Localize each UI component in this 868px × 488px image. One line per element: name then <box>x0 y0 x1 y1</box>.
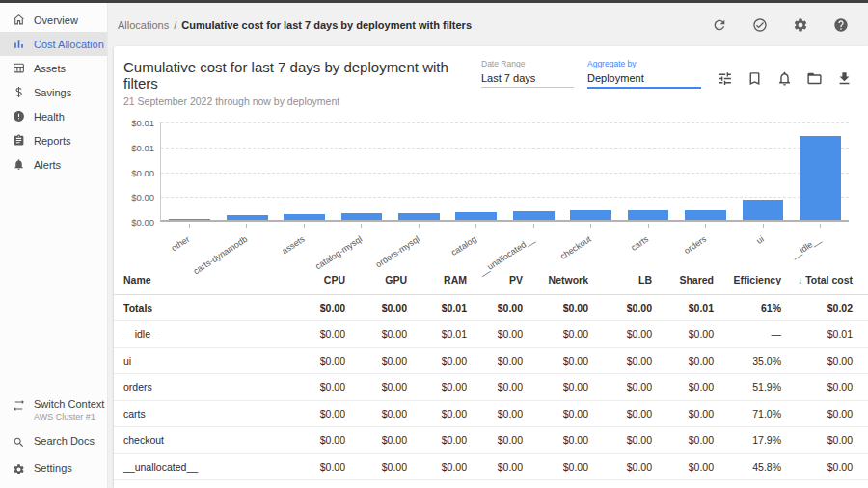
row-name-cell: orders <box>114 374 295 401</box>
switch-context-button[interactable]: Switch Context AWS Cluster #1 <box>0 392 107 428</box>
settings-button[interactable]: Settings <box>0 455 107 482</box>
chart-bar-other[interactable] <box>169 219 210 220</box>
row-value-cell: 45.8% <box>725 453 793 480</box>
chart-bar-checkout[interactable] <box>570 210 611 220</box>
sidebar-item-reports[interactable]: Reports <box>0 128 107 152</box>
row-value-cell: $0.00 <box>600 321 664 348</box>
row-value-cell: $0.00 <box>419 374 478 401</box>
row-value-cell: $0.00 <box>478 321 534 348</box>
help-button[interactable] <box>833 17 849 33</box>
row-value-cell: $0.00 <box>419 347 478 374</box>
chart-bar-assets[interactable] <box>284 214 325 220</box>
row-value-cell: $0.00 <box>600 294 664 321</box>
save-report-button[interactable] <box>746 70 763 87</box>
sidebar-item-assets[interactable]: Assets <box>0 56 107 80</box>
row-name-cell: checkout <box>114 427 295 454</box>
report-alerts-button[interactable] <box>776 70 793 87</box>
y-axis-tick-label: $0.00 <box>116 192 154 203</box>
search-docs-button[interactable]: Search Docs <box>0 428 107 455</box>
sidebar-item-health[interactable]: Health <box>0 104 107 128</box>
column-header-shared[interactable]: Shared <box>664 266 725 294</box>
row-value-cell: $0.00 <box>600 347 664 374</box>
column-header-ram[interactable]: RAM <box>419 266 478 294</box>
row-value-cell: $0.00 <box>295 294 357 321</box>
download-button[interactable] <box>836 70 853 87</box>
download-icon <box>836 70 853 87</box>
y-axis-tick-label: $0.00 <box>116 217 154 228</box>
diagnostics-button[interactable] <box>752 17 768 33</box>
x-axis-label: other <box>170 234 192 254</box>
column-header-total-cost[interactable]: ↓Total cost <box>793 266 868 294</box>
row-value-cell: $0.00 <box>534 453 600 480</box>
row-value-cell: $0.00 <box>478 453 534 480</box>
open-reports-button[interactable] <box>806 70 823 87</box>
sidebar-item-savings[interactable]: Savings <box>0 80 107 104</box>
chart-bar-__idle__[interactable] <box>800 136 841 220</box>
breadcrumb-allocations-link[interactable]: Allocations <box>118 19 169 31</box>
row-value-cell: $0.01 <box>664 294 725 321</box>
settings-label: Settings <box>34 462 72 474</box>
aggregate-by-value: Deployment <box>587 68 701 89</box>
chart-bar-catalog-mysql[interactable] <box>341 213 383 220</box>
row-name-cell: catalog <box>114 480 295 488</box>
row-value-cell: $0.00 <box>600 480 664 488</box>
x-axis-label: orders <box>682 234 708 256</box>
aggregate-by-select[interactable]: Aggregate by Deployment <box>587 59 701 89</box>
chart-bar-orders[interactable] <box>685 210 726 220</box>
row-value-cell: $0.00 <box>357 480 419 488</box>
column-header-lb[interactable]: LB <box>600 266 664 294</box>
row-value-cell: $0.00 <box>478 427 534 454</box>
row-value-cell: $0.00 <box>295 374 357 401</box>
chart-bar-__unallocated__[interactable] <box>513 211 555 220</box>
sidebar-footer: Switch Context AWS Cluster #1 Search Doc… <box>0 392 107 488</box>
table-row-orders[interactable]: orders$0.00$0.00$0.00$0.00$0.00$0.00$0.0… <box>114 374 868 401</box>
row-value-cell: $0.00 <box>534 294 600 321</box>
row-value-cell: 35.0% <box>725 347 793 374</box>
chart-bar-ui[interactable] <box>743 200 784 220</box>
date-range-select[interactable]: Date Range Last 7 days <box>481 59 574 88</box>
column-header-cpu[interactable]: CPU <box>295 266 357 294</box>
table-row-checkout[interactable]: checkout$0.00$0.00$0.00$0.00$0.00$0.00$0… <box>114 427 868 454</box>
chart-bar-orders-mysql[interactable] <box>398 213 440 220</box>
row-name-cell: __idle__ <box>114 321 295 348</box>
x-axis-label: carts <box>630 234 651 253</box>
table-row-ui[interactable]: ui$0.00$0.00$0.00$0.00$0.00$0.00$0.0035.… <box>114 347 868 374</box>
table-row-idle[interactable]: __idle__$0.00$0.00$0.01$0.00$0.00$0.00$0… <box>114 321 868 348</box>
bell-icon <box>13 158 25 171</box>
table-row-carts[interactable]: carts$0.00$0.00$0.00$0.00$0.00$0.00$0.00… <box>114 400 868 427</box>
topbar: Allocations / Cumulative cost for last 7… <box>108 3 868 46</box>
row-value-cell: $0.00 <box>357 374 419 401</box>
swap-arrows-icon <box>13 399 25 412</box>
edit-filters-button[interactable] <box>717 70 733 87</box>
x-axis-label: __idle__ <box>790 234 823 260</box>
chart-bar-carts-dynamodb[interactable] <box>227 215 268 220</box>
table-row-catalog[interactable]: catalog$0.00$0.00$0.00$0.00$0.00$0.00$0.… <box>114 480 868 488</box>
row-value-cell: $0.00 <box>793 427 868 454</box>
sidebar-item-cost-allocation[interactable]: Cost Allocation <box>0 32 107 56</box>
sidebar-item-overview[interactable]: Overview <box>0 8 107 32</box>
row-value-cell: $0.00 <box>478 374 534 401</box>
refresh-button[interactable] <box>712 17 727 33</box>
row-value-cell: $0.00 <box>793 400 868 427</box>
row-value-cell: $0.00 <box>478 347 534 374</box>
x-axis-label: catalog <box>449 234 478 258</box>
chart-bar-catalog[interactable] <box>455 212 497 220</box>
health-alert-icon <box>13 110 25 122</box>
breadcrumb-current: Cumulative cost for last 7 days by deplo… <box>181 19 472 31</box>
table-row-unallocated[interactable]: __unallocated__$0.00$0.00$0.00$0.00$0.00… <box>114 453 868 480</box>
chart-bar-carts[interactable] <box>628 210 669 220</box>
row-value-cell: $0.00 <box>600 453 664 480</box>
row-value-cell: 71.0% <box>725 400 793 427</box>
sidebar-item-alerts[interactable]: Alerts <box>0 152 107 176</box>
row-value-cell: $0.00 <box>357 321 419 348</box>
bar-chart-icon <box>13 38 25 50</box>
y-axis-tick-label: $0.01 <box>116 118 154 128</box>
column-header-efficiency[interactable]: Efficiency <box>725 266 793 294</box>
app-settings-button[interactable] <box>793 17 808 33</box>
row-name-cell: ui <box>114 347 295 374</box>
column-header-gpu[interactable]: GPU <box>357 266 419 294</box>
column-header-network[interactable]: Network <box>534 266 600 294</box>
row-value-cell: $0.00 <box>534 427 600 454</box>
table-row-totals[interactable]: Totals$0.00$0.00$0.01$0.00$0.00$0.00$0.0… <box>114 294 868 321</box>
row-value-cell: $0.00 <box>478 294 534 321</box>
